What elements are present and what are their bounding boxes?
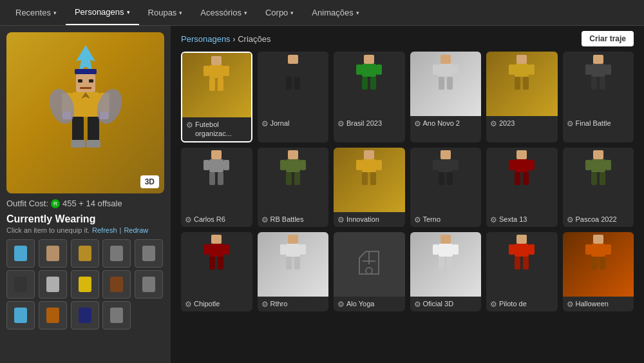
redraw-link[interactable]: Redraw [124,226,148,234]
outfit-name: Terno [423,215,441,224]
gear-icon[interactable]: ⚙ [186,121,193,130]
outfit-card[interactable]: ⚙ Pascoa 2022 [563,148,634,227]
outfit-card[interactable]: ⚙ Terno [410,148,482,227]
breadcrumb: Personagens › Criações [181,34,271,44]
wearing-item[interactable] [39,239,67,268]
outfit-card[interactable]: ⚙ Final Battle [563,52,634,142]
wearing-item[interactable] [102,239,131,268]
breadcrumb-parent[interactable]: Personagens [181,34,231,44]
nav-roupas[interactable]: Roupas ▾ [139,0,192,25]
outfit-card[interactable]: ⚙ Halloween [563,232,634,311]
avatar-svg [44,42,128,184]
svg-rect-71 [223,160,229,170]
criar-traje-button[interactable]: Criar traje [582,31,634,46]
nav-recentes[interactable]: Recentes ▾ [6,0,66,25]
svg-rect-54 [439,77,444,90]
svg-rect-32 [211,56,222,65]
main-layout: 3D Outfit Cost: R 455 + 14 offsale Curre… [0,26,644,363]
svg-rect-4 [89,79,93,83]
gear-icon[interactable]: ⚙ [261,215,269,224]
gear-icon[interactable]: ⚙ [414,119,421,128]
top-nav: Recentes ▾ Personagens ▾ Roupas ▾ Acessó… [0,0,644,26]
svg-rect-52 [433,64,439,75]
outfit-card[interactable]: ⚙ Alo Yoga [334,232,405,311]
wearing-item[interactable] [71,239,99,268]
refresh-link[interactable]: Refresh [92,226,117,234]
gear-icon[interactable]: ⚙ [490,300,497,309]
gear-icon[interactable]: ⚙ [490,119,497,128]
svg-rect-2 [76,74,95,92]
wearing-item[interactable] [39,270,67,299]
outfit-card[interactable]: ⚙ Oficial 3D [410,232,482,311]
gear-icon[interactable]: ⚙ [337,300,345,309]
gear-icon[interactable]: ⚙ [567,300,574,309]
outfit-name: Jornal [270,119,290,128]
svg-rect-87 [439,159,453,172]
gear-icon[interactable]: ⚙ [414,215,421,224]
outfit-card[interactable]: ⚙ Brasil 2023 [334,52,405,142]
svg-rect-66 [591,77,597,90]
wearing-item[interactable] [71,301,99,329]
gear-icon[interactable]: ⚙ [567,119,574,128]
svg-rect-19 [46,246,59,261]
svg-rect-41 [300,64,306,75]
svg-rect-117 [440,235,451,244]
gear-icon[interactable]: ⚙ [414,300,421,309]
gear-icon[interactable]: ⚙ [261,300,269,309]
svg-rect-101 [605,160,611,170]
wearing-item[interactable] [135,239,163,268]
wearing-item[interactable] [71,270,99,299]
wearing-item[interactable] [102,301,131,329]
svg-rect-42 [286,77,292,90]
outfit-card[interactable]: ⚙ Innovation [334,148,405,227]
outfit-card[interactable]: ⚙ Carlos R6 [181,148,252,227]
wearing-item[interactable] [39,301,67,329]
badge-3d[interactable]: 3D [140,175,159,188]
outfit-card[interactable]: ⚙ Chipotle [181,232,252,311]
wearing-item[interactable] [102,270,131,299]
svg-rect-90 [439,172,444,185]
svg-rect-68 [211,150,222,159]
outfit-card[interactable]: ⚙ Ano Novo 2 [410,52,482,142]
svg-rect-99 [591,159,605,172]
outfit-card[interactable]: ⚙ Sexta 13 [486,148,558,227]
gear-icon[interactable]: ⚙ [185,300,192,309]
gear-icon[interactable]: ⚙ [337,119,345,128]
currently-wearing-title: Currently Wearing [6,213,164,225]
svg-rect-5 [80,87,91,89]
svg-rect-120 [453,244,459,255]
outfit-card[interactable]: ⚙ Futebol organizac... [181,52,252,142]
left-panel: 3D Outfit Cost: R 455 + 14 offsale Curre… [0,26,171,363]
wearing-item[interactable] [6,270,35,299]
nav-corpo[interactable]: Corpo ▾ [256,0,303,25]
gear-icon[interactable]: ⚙ [567,215,574,224]
svg-rect-131 [585,244,591,255]
outfit-card[interactable]: ⚙ Piloto de [486,232,558,311]
wearing-item[interactable] [6,301,35,329]
wearing-item[interactable] [6,239,35,268]
outfit-card[interactable]: ⚙ Jornal [258,52,329,142]
gear-icon[interactable]: ⚙ [185,215,192,224]
svg-rect-134 [600,257,605,270]
nav-animacoes[interactable]: Animações ▾ [303,0,368,25]
svg-rect-107 [223,244,229,255]
nav-personagens[interactable]: Personagens ▾ [66,0,139,25]
outfit-card[interactable]: ⚙ Rthro [258,232,329,311]
gear-icon[interactable]: ⚙ [261,119,269,128]
svg-rect-44 [364,55,374,64]
gear-icon[interactable]: ⚙ [490,215,497,224]
svg-rect-110 [288,235,298,244]
svg-rect-38 [288,55,298,64]
outfit-card[interactable]: ⚙ RB Battles [258,148,329,227]
svg-rect-43 [294,77,300,90]
click-hint: Click an item to unequip it. Refresh | R… [6,226,164,234]
wearing-item[interactable] [135,270,163,299]
outfit-grid: ⚙ Futebol organizac... ⚙ Jornal [181,52,634,311]
svg-rect-63 [591,64,605,77]
svg-rect-56 [516,55,527,64]
nav-acessorios[interactable]: Acessórios ▾ [191,0,256,25]
svg-rect-95 [529,160,535,170]
outfit-card[interactable]: ⚙ 2023 [486,52,558,142]
svg-rect-81 [362,159,376,172]
gear-icon[interactable]: ⚙ [337,215,345,224]
